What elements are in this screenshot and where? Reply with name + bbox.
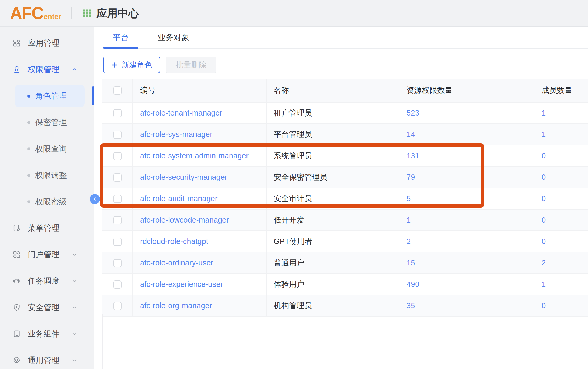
role-name: 普通用户 bbox=[274, 259, 304, 267]
role-code-link[interactable]: afc-role-org-manager bbox=[140, 301, 212, 310]
sidebar-item-权限管理[interactable]: 权限管理 bbox=[0, 56, 94, 83]
chevron-down-icon bbox=[72, 305, 77, 310]
role-name: 安全保密管理员 bbox=[274, 173, 327, 181]
row-checkbox-cell bbox=[102, 124, 133, 145]
row-checkbox[interactable] bbox=[113, 195, 122, 203]
chevron-down-icon bbox=[72, 278, 77, 284]
row-checkbox[interactable] bbox=[113, 280, 122, 289]
tab-business-object[interactable]: 业务对象 bbox=[148, 27, 199, 48]
app-root: AFCenter 应用中心 应用管理 权限管理 角色管理 bbox=[0, 0, 588, 369]
member-count-cell: 1 bbox=[534, 124, 588, 145]
resource-count-link[interactable]: 5 bbox=[407, 194, 411, 203]
role-name-cell: 安全审计员 bbox=[266, 188, 399, 209]
new-role-button[interactable]: 新建角色 bbox=[103, 57, 160, 73]
resource-count-link[interactable]: 490 bbox=[407, 280, 419, 288]
sidebar-subitem-pill: 权限密级 bbox=[15, 190, 85, 213]
resource-count-link[interactable]: 15 bbox=[407, 259, 415, 267]
resource-count-link[interactable]: 131 bbox=[407, 151, 419, 160]
role-name: 机构管理员 bbox=[274, 301, 312, 310]
member-count-link[interactable]: 0 bbox=[542, 173, 546, 181]
sidebar-item-安全管理[interactable]: 安全管理 bbox=[0, 294, 94, 321]
tab-platform[interactable]: 平台 bbox=[103, 27, 138, 48]
role-name-cell: 低开开发 bbox=[266, 209, 399, 231]
sidebar-item-应用管理[interactable]: 应用管理 bbox=[0, 30, 94, 56]
resource-count-link[interactable]: 79 bbox=[407, 173, 415, 181]
member-count-link[interactable]: 0 bbox=[542, 151, 546, 160]
sidebar-item-任务调度[interactable]: 任务调度 bbox=[0, 268, 94, 294]
chevron-down-icon bbox=[72, 357, 77, 363]
member-count-link[interactable]: 0 bbox=[542, 194, 546, 203]
table-row: afc-role-org-manager 机构管理员 35 0 bbox=[102, 295, 588, 316]
stamp-icon bbox=[12, 65, 21, 74]
role-code-link[interactable]: afc-role-sys-manager bbox=[140, 130, 212, 139]
sidebar-subitem-权限调整[interactable]: 权限调整 bbox=[0, 162, 94, 188]
row-checkbox-cell bbox=[102, 188, 133, 209]
page-title: 应用中心 bbox=[97, 6, 139, 21]
sidebar-subitem-权限查询[interactable]: 权限查询 bbox=[0, 136, 94, 162]
row-checkbox[interactable] bbox=[113, 152, 122, 160]
row-checkbox-cell bbox=[102, 145, 133, 167]
role-code-link[interactable]: afc-role-system-admin-manager bbox=[140, 151, 249, 160]
resource-count-link[interactable]: 1 bbox=[407, 216, 411, 224]
sidebar-item-菜单管理[interactable]: 菜单管理 bbox=[0, 215, 94, 241]
member-count-link[interactable]: 1 bbox=[542, 280, 546, 288]
sidebar-item-通用管理[interactable]: 通用管理 bbox=[0, 347, 94, 369]
row-checkbox-cell bbox=[102, 231, 133, 252]
member-count-link[interactable]: 0 bbox=[542, 301, 546, 310]
role-code-cell: afc-role-org-manager bbox=[133, 295, 266, 316]
row-checkbox-cell bbox=[102, 167, 133, 188]
row-checkbox[interactable] bbox=[113, 109, 122, 117]
member-count-cell: 0 bbox=[534, 145, 588, 167]
role-code-link[interactable]: afc-role-ordinary-user bbox=[140, 259, 213, 267]
role-name: 租户管理员 bbox=[274, 109, 312, 117]
role-name-cell: 系统管理员 bbox=[266, 145, 399, 167]
role-table: 编号 名称 资源权限数量 成员数量 afc-role-tenant-manage… bbox=[102, 79, 588, 317]
batch-delete-button[interactable]: 批量删除 bbox=[166, 57, 216, 73]
sidebar-collapse-button[interactable] bbox=[90, 194, 100, 204]
row-checkbox[interactable] bbox=[113, 302, 122, 310]
sidebar-subitem-角色管理[interactable]: 角色管理 bbox=[0, 83, 94, 109]
role-code-link[interactable]: afc-role-audit-manager bbox=[140, 194, 217, 203]
sidebar-subitem-label: 权限密级 bbox=[35, 196, 67, 207]
member-count-link[interactable]: 0 bbox=[542, 237, 546, 246]
row-checkbox[interactable] bbox=[113, 238, 122, 246]
sidebar-subitem-权限密级[interactable]: 权限密级 bbox=[0, 188, 94, 215]
role-code-link[interactable]: afc-role-lowcode-manager bbox=[140, 216, 229, 224]
row-checkbox[interactable] bbox=[113, 131, 122, 139]
resource-count-link[interactable]: 523 bbox=[407, 109, 419, 117]
member-count-link[interactable]: 1 bbox=[542, 109, 546, 117]
member-count-link[interactable]: 0 bbox=[542, 216, 546, 224]
resource-count-link[interactable]: 2 bbox=[407, 237, 411, 246]
sidebar-item-label: 菜单管理 bbox=[28, 223, 59, 234]
sidebar-item-业务组件[interactable]: 业务组件 bbox=[0, 321, 94, 347]
sidebar-subitem-保密管理[interactable]: 保密管理 bbox=[0, 109, 94, 136]
row-checkbox[interactable] bbox=[113, 216, 122, 224]
table-row: afc-role-audit-manager 安全审计员 5 0 bbox=[102, 188, 588, 209]
member-count-link[interactable]: 1 bbox=[542, 130, 546, 139]
toolbar: 新建角色 批量删除 bbox=[103, 57, 588, 73]
role-code-link[interactable]: afc-role-experience-user bbox=[140, 280, 223, 288]
role-code-cell: afc-role-audit-manager bbox=[133, 188, 266, 209]
role-name-cell: 普通用户 bbox=[266, 252, 399, 274]
sidebar-item-label: 任务调度 bbox=[28, 276, 59, 287]
member-count-link[interactable]: 2 bbox=[542, 259, 546, 267]
chevron-left-icon bbox=[92, 197, 97, 201]
sidebar-subitem-label: 保密管理 bbox=[35, 117, 67, 128]
select-all-cell bbox=[102, 79, 133, 102]
row-checkbox-cell bbox=[102, 102, 133, 124]
gear-icon bbox=[12, 356, 21, 365]
member-count-cell: 0 bbox=[534, 209, 588, 231]
resource-count-link[interactable]: 14 bbox=[407, 130, 415, 139]
resource-count-cell: 35 bbox=[399, 295, 534, 316]
role-code-link[interactable]: rdcloud-role-chatgpt bbox=[140, 237, 208, 246]
sidebar-item-门户管理[interactable]: 门户管理 bbox=[0, 241, 94, 268]
select-all-checkbox[interactable] bbox=[113, 86, 122, 95]
resource-count-link[interactable]: 35 bbox=[407, 301, 415, 310]
row-checkbox[interactable] bbox=[113, 259, 122, 267]
sidebar-item-label: 应用管理 bbox=[28, 38, 59, 49]
chevron-down-icon bbox=[72, 252, 77, 257]
role-name-cell: 体验用户 bbox=[266, 274, 399, 295]
role-code-link[interactable]: afc-role-security-manager bbox=[140, 173, 227, 181]
row-checkbox[interactable] bbox=[113, 173, 122, 182]
role-code-link[interactable]: afc-role-tenant-manager bbox=[140, 109, 222, 117]
